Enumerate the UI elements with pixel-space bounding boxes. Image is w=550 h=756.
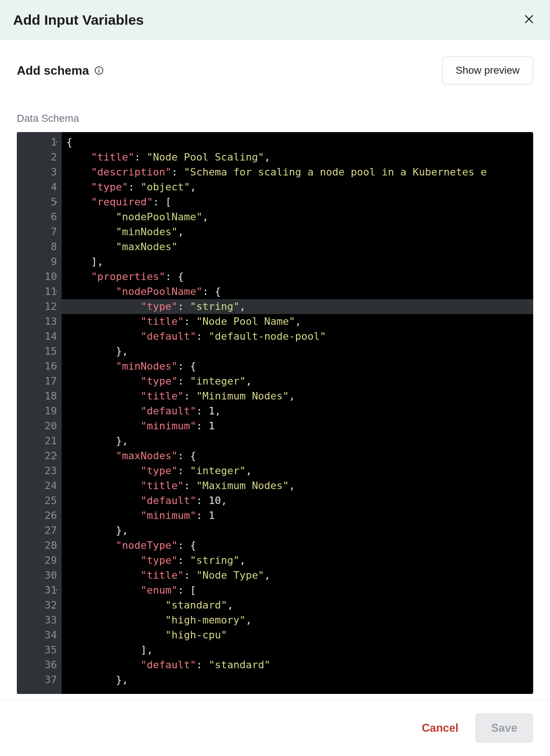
gutter-line: 27 [25,523,57,538]
code-line[interactable]: "type": "integer", [62,374,533,389]
code-line[interactable]: "default": "standard" [62,658,533,672]
schema-editor[interactable]: 1▾2345▾678910▾11▾1213141516▾171819202122… [17,132,533,694]
code-line[interactable]: "type": "string", [62,553,533,568]
gutter-line: 9 [25,254,57,269]
code-line[interactable]: "default": 10, [62,493,533,508]
save-button[interactable]: Save [475,713,533,743]
gutter-line: 15 [25,344,57,359]
code-line[interactable]: "minimum": 1 [62,419,533,434]
close-button[interactable] [521,11,537,28]
code-line[interactable]: }, [62,672,533,687]
gutter-line: 1▾ [25,135,57,150]
close-icon [523,13,535,27]
fold-marker-icon[interactable]: ▾ [55,359,58,374]
code-line[interactable]: "properties": { [62,269,533,284]
code-line[interactable]: }, [62,523,533,538]
code-line[interactable]: }, [62,344,533,359]
code-line[interactable]: "default": 1, [62,404,533,419]
gutter-line: 10▾ [25,269,57,284]
gutter-line: 34 [25,628,57,643]
gutter-line: 7 [25,224,57,239]
code-line[interactable]: "title": "Minimum Nodes", [62,389,533,404]
code-line[interactable]: "maxNodes" [62,239,533,254]
code-line[interactable]: ], [62,643,533,658]
subheader-left: Add schema [17,63,104,78]
fold-marker-icon[interactable]: ▾ [55,448,58,463]
gutter-line: 36 [25,658,57,672]
gutter-line: 8 [25,239,57,254]
dialog-footer: Cancel Save [0,700,550,756]
code-line[interactable]: "high-memory", [62,613,533,628]
data-schema-label: Data Schema [17,112,533,125]
code-line[interactable]: ], [62,254,533,269]
info-icon[interactable] [94,65,104,76]
fold-marker-icon[interactable]: ▾ [55,284,58,299]
code-line[interactable]: "title": "Node Type", [62,568,533,583]
gutter-line: 35 [25,643,57,658]
gutter-line: 16▾ [25,359,57,374]
add-input-variables-dialog: Add Input Variables Add schema [0,0,550,756]
gutter-line: 21 [25,434,57,448]
gutter-line: 12 [25,299,57,314]
fold-marker-icon[interactable]: ▾ [55,538,58,553]
fold-marker-icon[interactable]: ▾ [55,583,58,598]
gutter-line: 33 [25,613,57,628]
gutter-line: 25 [25,493,57,508]
gutter-line: 2 [25,150,57,165]
gutter-line: 6 [25,210,57,224]
code-line[interactable]: }, [62,434,533,448]
code-line[interactable]: "minNodes", [62,224,533,239]
fold-marker-icon[interactable]: ▾ [55,269,58,284]
dialog-body: Add schema Show preview Data Schema 1▾23… [0,40,550,700]
code-line[interactable]: "type": "string", [62,299,533,314]
svg-point-4 [99,68,99,69]
dialog-header: Add Input Variables [0,0,550,40]
gutter-line: 11▾ [25,284,57,299]
gutter-line: 26 [25,508,57,523]
gutter-line: 5▾ [25,195,57,210]
gutter-line: 3 [25,165,57,180]
code-line[interactable]: "standard", [62,598,533,613]
gutter-line: 31▾ [25,583,57,598]
code-line[interactable]: "required": [ [62,195,533,210]
show-preview-button[interactable]: Show preview [442,56,533,84]
gutter-line: 22▾ [25,448,57,463]
gutter-line: 19 [25,404,57,419]
code-line[interactable]: "type": "integer", [62,463,533,478]
fold-marker-icon[interactable]: ▾ [55,135,58,150]
code-line[interactable]: "nodeType": { [62,538,533,553]
code-line[interactable]: "title": "Node Pool Name", [62,314,533,329]
code-line[interactable]: "maxNodes": { [62,448,533,463]
code-line[interactable]: "description": "Schema for scaling a nod… [62,165,533,180]
gutter-line: 4 [25,180,57,195]
cancel-button[interactable]: Cancel [417,715,463,741]
subheader-row: Add schema Show preview [17,56,533,84]
code-line[interactable]: "minimum": 1 [62,508,533,523]
code-line[interactable]: "minNodes": { [62,359,533,374]
gutter-line: 29 [25,553,57,568]
gutter-line: 17 [25,374,57,389]
editor-gutter: 1▾2345▾678910▾11▾1213141516▾171819202122… [17,132,62,694]
gutter-line: 14 [25,329,57,344]
code-line[interactable]: "default": "default-node-pool" [62,329,533,344]
code-line[interactable]: "type": "object", [62,180,533,195]
gutter-line: 24 [25,478,57,493]
fold-marker-icon[interactable]: ▾ [55,195,58,210]
code-line[interactable]: "enum": [ [62,583,533,598]
code-line[interactable]: { [62,135,533,150]
gutter-line: 28▾ [25,538,57,553]
gutter-line: 37 [25,672,57,687]
code-line[interactable]: "high-cpu" [62,628,533,643]
gutter-line: 32 [25,598,57,613]
gutter-line: 23 [25,463,57,478]
editor-code-area[interactable]: { "title": "Node Pool Scaling", "descrip… [62,132,533,694]
gutter-line: 13 [25,314,57,329]
gutter-line: 30 [25,568,57,583]
code-line[interactable]: "title": "Maximum Nodes", [62,478,533,493]
code-line[interactable]: "nodePoolName": { [62,284,533,299]
code-line[interactable]: "title": "Node Pool Scaling", [62,150,533,165]
subheader-title: Add schema [17,63,89,78]
gutter-line: 20 [25,419,57,434]
code-line[interactable]: "nodePoolName", [62,210,533,224]
dialog-title: Add Input Variables [13,12,144,28]
